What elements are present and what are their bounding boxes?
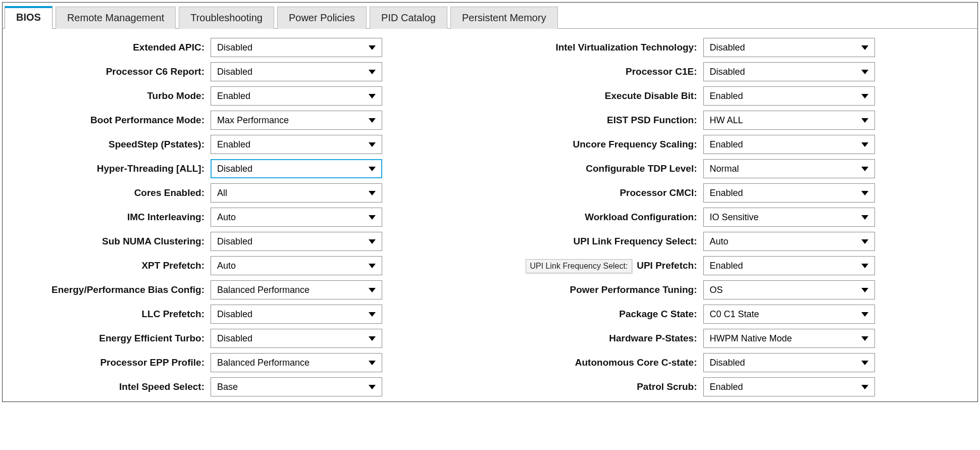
setting-value: Disabled bbox=[710, 358, 745, 368]
setting-label-sub-numa-clustering: Sub NUMA Clustering: bbox=[8, 236, 204, 247]
setting-row-xpt-prefetch: XPT Prefetch:Auto bbox=[8, 256, 480, 275]
setting-value: Base bbox=[217, 382, 238, 392]
setting-value: IO Sensitive bbox=[710, 212, 759, 223]
setting-select-hyper-threading[interactable]: Disabled bbox=[211, 159, 382, 178]
chevron-down-icon bbox=[861, 215, 868, 220]
setting-row-processor-c1e: Processor C1E:Disabled bbox=[500, 62, 973, 81]
setting-label-processor-cmci: Processor CMCI: bbox=[500, 187, 697, 198]
tab-troubleshooting[interactable]: Troubleshooting bbox=[179, 7, 274, 29]
setting-select-patrol-scrub[interactable]: Enabled bbox=[703, 377, 875, 396]
setting-select-extended-apic[interactable]: Disabled bbox=[211, 38, 382, 57]
setting-select-cores-enabled[interactable]: All bbox=[211, 183, 382, 203]
setting-select-intel-speed-select[interactable]: Base bbox=[211, 377, 382, 396]
setting-label-workload-configuration: Workload Configuration: bbox=[500, 212, 697, 223]
tab-persistent-memory[interactable]: Persistent Memory bbox=[450, 7, 558, 29]
setting-select-processor-c1e[interactable]: Disabled bbox=[703, 62, 875, 81]
setting-row-power-performance-tuning: Power Performance Tuning:OS bbox=[500, 280, 973, 299]
setting-label-speedstep-pstates: SpeedStep (Pstates): bbox=[8, 139, 204, 150]
setting-select-package-c-state[interactable]: C0 C1 State bbox=[703, 305, 875, 324]
setting-label-upi-link-frequency-select: UPI Link Frequency Select: bbox=[500, 236, 697, 247]
setting-value: Disabled bbox=[217, 236, 252, 247]
setting-value: All bbox=[217, 188, 227, 198]
setting-value: Disabled bbox=[710, 67, 745, 77]
setting-select-autonomous-core-c-state[interactable]: Disabled bbox=[703, 353, 875, 372]
setting-row-processor-epp-profile: Processor EPP Profile:Balanced Performan… bbox=[8, 353, 480, 372]
setting-row-energy-efficient-turbo: Energy Efficient Turbo:Disabled bbox=[8, 329, 480, 348]
setting-select-xpt-prefetch[interactable]: Auto bbox=[211, 256, 382, 275]
setting-select-turbo-mode[interactable]: Enabled bbox=[211, 86, 382, 106]
chevron-down-icon bbox=[861, 94, 868, 98]
setting-label-boot-performance-mode: Boot Performance Mode: bbox=[8, 115, 204, 126]
setting-value: HW ALL bbox=[710, 115, 743, 126]
setting-select-hardware-p-states[interactable]: HWPM Native Mode bbox=[703, 329, 875, 348]
chevron-down-icon bbox=[369, 70, 376, 74]
setting-label-imc-interleaving: IMC Interleaving: bbox=[8, 212, 204, 223]
setting-select-processor-epp-profile[interactable]: Balanced Performance bbox=[211, 353, 382, 372]
setting-row-intel-virtualization-technology: Intel Virtualization Technology:Disabled bbox=[500, 38, 973, 57]
setting-row-speedstep-pstates: SpeedStep (Pstates):Enabled bbox=[8, 135, 480, 154]
setting-label-extended-apic: Extended APIC: bbox=[8, 42, 204, 53]
chevron-down-icon bbox=[861, 70, 868, 74]
setting-value: Disabled bbox=[217, 309, 252, 320]
setting-select-configurable-tdp-level[interactable]: Normal bbox=[703, 159, 875, 178]
setting-value: Normal bbox=[710, 164, 739, 174]
setting-select-execute-disable-bit[interactable]: Enabled bbox=[703, 86, 875, 106]
setting-select-sub-numa-clustering[interactable]: Disabled bbox=[211, 232, 382, 251]
tooltip: UPI Link Frequency Select: bbox=[526, 259, 633, 273]
setting-row-intel-speed-select: Intel Speed Select:Base bbox=[8, 377, 480, 396]
setting-select-intel-virtualization-technology[interactable]: Disabled bbox=[703, 38, 875, 57]
setting-select-eist-psd-function[interactable]: HW ALL bbox=[703, 111, 875, 130]
setting-label-power-performance-tuning: Power Performance Tuning: bbox=[500, 284, 697, 295]
setting-row-processor-c6-report: Processor C6 Report:Disabled bbox=[8, 62, 480, 81]
setting-row-boot-performance-mode: Boot Performance Mode:Max Performance bbox=[8, 111, 480, 130]
tab-bios[interactable]: BIOS bbox=[5, 6, 53, 29]
setting-label-patrol-scrub: Patrol Scrub: bbox=[500, 381, 697, 392]
setting-select-upi-link-frequency-select[interactable]: Auto bbox=[703, 232, 875, 251]
setting-select-upi-prefetch[interactable]: Enabled bbox=[703, 256, 875, 275]
tab-power-policies[interactable]: Power Policies bbox=[277, 7, 367, 29]
chevron-down-icon bbox=[861, 264, 868, 268]
chevron-down-icon bbox=[861, 142, 868, 147]
chevron-down-icon bbox=[861, 191, 868, 195]
setting-select-energy-performance-bias-config[interactable]: Balanced Performance bbox=[211, 280, 382, 299]
setting-value: Enabled bbox=[710, 188, 743, 198]
setting-row-extended-apic: Extended APIC:Disabled bbox=[8, 38, 480, 57]
setting-row-energy-performance-bias-config: Energy/Performance Bias Config:Balanced … bbox=[8, 280, 480, 299]
setting-select-imc-interleaving[interactable]: Auto bbox=[211, 208, 382, 227]
setting-select-workload-configuration[interactable]: IO Sensitive bbox=[703, 208, 875, 227]
setting-row-package-c-state: Package C State:C0 C1 State bbox=[500, 305, 973, 324]
setting-value: Balanced Performance bbox=[217, 285, 310, 295]
setting-value: Enabled bbox=[710, 91, 743, 102]
setting-label-processor-c1e: Processor C1E: bbox=[500, 66, 697, 77]
tab-remote-management[interactable]: Remote Management bbox=[56, 7, 176, 29]
setting-select-uncore-frequency-scaling[interactable]: Enabled bbox=[703, 135, 875, 154]
setting-label-intel-virtualization-technology: Intel Virtualization Technology: bbox=[500, 42, 697, 53]
chevron-down-icon bbox=[369, 361, 376, 365]
setting-select-llc-prefetch[interactable]: Disabled bbox=[211, 305, 382, 324]
setting-row-hardware-p-states: Hardware P-States:HWPM Native Mode bbox=[500, 329, 973, 348]
setting-value: Enabled bbox=[710, 261, 743, 271]
setting-value: Max Performance bbox=[217, 115, 289, 126]
setting-select-speedstep-pstates[interactable]: Enabled bbox=[211, 135, 382, 154]
chevron-down-icon bbox=[861, 167, 868, 171]
setting-label-xpt-prefetch: XPT Prefetch: bbox=[8, 260, 204, 271]
setting-value: Enabled bbox=[217, 91, 250, 102]
chevron-down-icon bbox=[369, 385, 376, 389]
chevron-down-icon bbox=[369, 167, 376, 171]
setting-select-energy-efficient-turbo[interactable]: Disabled bbox=[211, 329, 382, 348]
setting-row-execute-disable-bit: Execute Disable Bit:Enabled bbox=[500, 86, 973, 106]
setting-value: Disabled bbox=[217, 42, 252, 53]
chevron-down-icon bbox=[369, 142, 376, 147]
setting-row-processor-cmci: Processor CMCI:Enabled bbox=[500, 183, 973, 203]
setting-label-cores-enabled: Cores Enabled: bbox=[8, 187, 204, 198]
setting-select-processor-c6-report[interactable]: Disabled bbox=[211, 62, 382, 81]
setting-select-power-performance-tuning[interactable]: OS bbox=[703, 280, 875, 299]
chevron-down-icon bbox=[861, 312, 868, 317]
setting-value: Auto bbox=[217, 261, 236, 271]
setting-select-processor-cmci[interactable]: Enabled bbox=[703, 183, 875, 203]
setting-select-boot-performance-mode[interactable]: Max Performance bbox=[211, 111, 382, 130]
setting-label-energy-performance-bias-config: Energy/Performance Bias Config: bbox=[8, 284, 204, 295]
setting-row-turbo-mode: Turbo Mode:Enabled bbox=[8, 86, 480, 106]
tab-pid-catalog[interactable]: PID Catalog bbox=[370, 7, 447, 29]
chevron-down-icon bbox=[861, 336, 868, 341]
